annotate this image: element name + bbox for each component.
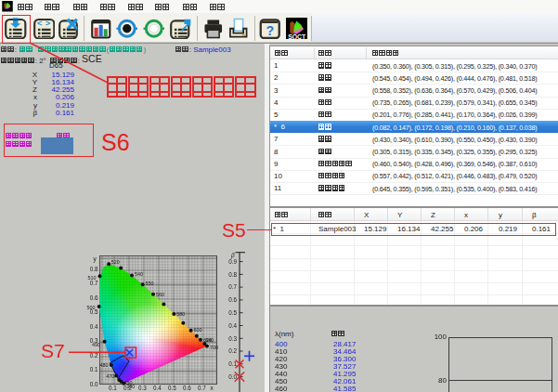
svg-text:0.1: 0.1 (228, 360, 237, 367)
svg-text:0.2: 0.2 (90, 352, 98, 359)
svg-text:>: > (45, 19, 51, 28)
svg-text:SQCT: SQCT (288, 33, 306, 39)
svg-text:0.7: 0.7 (198, 385, 206, 391)
svg-text:β: β (230, 252, 235, 259)
svg-text:0.4: 0.4 (228, 322, 237, 329)
svg-text:0.8: 0.8 (228, 271, 237, 278)
svg-text:0.8: 0.8 (90, 266, 98, 272)
svg-text:0.3: 0.3 (228, 335, 237, 342)
svg-text:0.4: 0.4 (153, 385, 162, 391)
svg-text:0.1: 0.1 (109, 385, 117, 391)
svg-text:0.6: 0.6 (183, 385, 191, 391)
svg-text:0.7: 0.7 (90, 280, 98, 286)
svg-text:0.5: 0.5 (90, 308, 98, 315)
svg-text:0.7: 0.7 (228, 283, 237, 290)
svg-text:0.2: 0.2 (228, 347, 237, 354)
svg-text:0.3: 0.3 (90, 337, 98, 344)
svg-text:0.2: 0.2 (123, 385, 132, 391)
svg-text:<: < (37, 19, 43, 28)
svg-text:0.5: 0.5 (168, 385, 176, 391)
svg-text:x: x (211, 385, 214, 391)
svg-text:y: y (94, 255, 97, 263)
svg-text:0.4: 0.4 (90, 323, 98, 330)
svg-text:510: 510 (88, 275, 97, 281)
svg-text:0.6: 0.6 (228, 296, 237, 303)
svg-text:?: ? (266, 22, 275, 37)
svg-text:0.0: 0.0 (228, 373, 237, 380)
svg-text:0.9: 0.9 (228, 258, 237, 265)
svg-text:0.5: 0.5 (228, 309, 237, 316)
svg-text:0.1: 0.1 (90, 366, 98, 372)
svg-text:0.0: 0.0 (90, 381, 98, 387)
svg-text:0.6: 0.6 (90, 294, 98, 301)
svg-text:500: 500 (87, 305, 96, 310)
svg-text:0.3: 0.3 (138, 385, 147, 391)
